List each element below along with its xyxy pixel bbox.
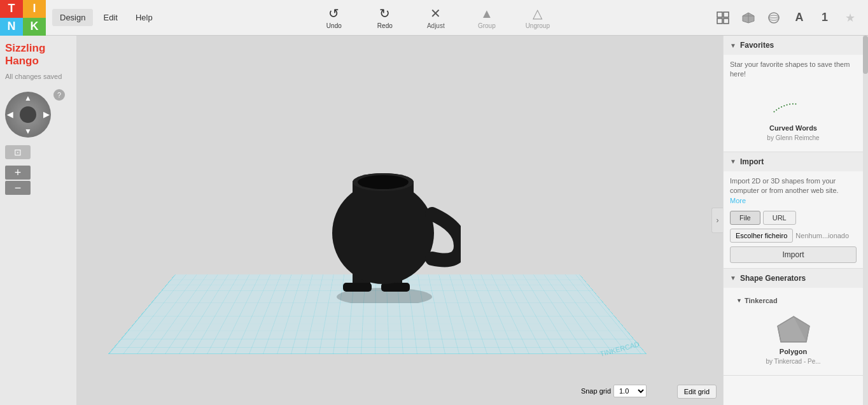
left-panel: Sizzling Hango All changes saved ▲ ▼ ◀ ▶…: [0, 36, 76, 405]
favorites-header[interactable]: ▼ Favorites: [724, 36, 863, 55]
scrollbar-thumb[interactable]: [863, 36, 868, 74]
zoom-reset-button[interactable]: ⊡: [5, 145, 31, 159]
right-scrollbar: [863, 36, 868, 405]
favorites-content: Star your favorite shapes to save them h…: [724, 55, 863, 152]
group-button[interactable]: ▲ Group: [471, 6, 503, 29]
import-submit-button[interactable]: Import: [730, 246, 857, 263]
edit-grid-button[interactable]: Edit grid: [677, 385, 717, 399]
tinkercad-subheader[interactable]: ▼ Tinkercad: [730, 293, 857, 308]
logo-t: T: [0, 0, 23, 18]
group-icon: ▲: [480, 6, 493, 21]
sphere-view-button[interactable]: [764, 8, 784, 28]
ungroup-label: Ungroup: [526, 22, 550, 29]
undo-button[interactable]: ↺ Undo: [318, 6, 350, 29]
redo-button[interactable]: ↻ Redo: [369, 6, 401, 29]
import-section: ▼ Import Import 2D or 3D shapes from you…: [724, 152, 863, 269]
grid-view-button[interactable]: [713, 8, 733, 28]
compass-up: ▲: [24, 94, 32, 103]
svg-rect-14: [381, 283, 410, 292]
import-more-link[interactable]: More: [730, 197, 746, 204]
svg-rect-3: [724, 18, 729, 24]
top-bar: T I N K Design Edit Help ↺ Undo ↻ Redo ✕…: [0, 0, 868, 36]
grid-icon: [717, 11, 729, 24]
choose-file-button[interactable]: Escolher ficheiro: [730, 229, 793, 243]
menu-edit[interactable]: Edit: [95, 9, 125, 26]
model-svg: [308, 125, 461, 303]
tinkercad-arrow-icon: ▼: [736, 297, 742, 304]
help-button[interactable]: ?: [53, 89, 65, 101]
polygon-svg: [774, 313, 813, 345]
project-title: Sizzling Hango: [5, 42, 71, 68]
logo[interactable]: T I N K: [0, 0, 46, 36]
import-file-button[interactable]: File: [730, 211, 760, 225]
shape-generators-section: ▼ Shape Generators ▼ Tinkercad: [724, 269, 863, 376]
menu-items: Design Edit Help: [46, 9, 167, 26]
cube-view-button[interactable]: [738, 8, 759, 28]
svg-rect-12: [343, 283, 372, 292]
undo-label: Undo: [326, 22, 342, 29]
text-button[interactable]: A: [789, 8, 809, 28]
curved-words-shape[interactable]: • • • • • • • • • Curved Words by Glenn …: [730, 85, 857, 146]
tinkercad-label: Tinkercad: [745, 297, 778, 304]
import-description: Import 2D or 3D shapes from your compute…: [730, 176, 857, 206]
favorites-title: Favorites: [740, 41, 774, 50]
favorites-section: ▼ Favorites Star your favorite shapes to…: [724, 36, 863, 152]
zoom-controls: + −: [5, 166, 31, 195]
star-button[interactable]: ★: [840, 8, 860, 28]
polygon-name: Polygon: [780, 348, 807, 355]
snap-grid-control: Snap grid 1.0 0.1 0.25 0.5 2.0 5.0 10.0: [581, 385, 647, 397]
redo-label: Redo: [377, 22, 393, 29]
compass-left: ◀: [7, 110, 13, 119]
ungroup-icon: △: [533, 6, 542, 21]
adjust-button[interactable]: ✕ Adjust: [420, 6, 452, 29]
import-header[interactable]: ▼ Import: [724, 152, 863, 171]
svg-rect-2: [717, 18, 722, 24]
favorites-description: Star your favorite shapes to save them h…: [730, 60, 857, 80]
shape-generators-title: Shape Generators: [740, 274, 806, 283]
nav-controls-container: ▲ ▼ ◀ ▶ ?: [5, 92, 71, 138]
logo-n: N: [0, 18, 23, 36]
snap-grid-label: Snap grid: [581, 387, 611, 395]
right-panel: ▼ Favorites Star your favorite shapes to…: [723, 36, 863, 405]
zoom-in-button[interactable]: +: [5, 166, 31, 180]
curved-words-name: Curved Words: [769, 124, 817, 132]
snap-grid-select[interactable]: 1.0 0.1 0.25 0.5 2.0 5.0 10.0: [613, 385, 647, 397]
toolbar-center: ↺ Undo ↻ Redo ✕ Adjust ▲ Group △ Ungroup: [167, 6, 705, 29]
file-chooser-row: Escolher ficheiro Nenhum...ionado: [730, 229, 857, 243]
svg-rect-1: [724, 12, 729, 17]
panel-collapse-button[interactable]: ›: [711, 208, 723, 233]
import-title: Import: [740, 157, 764, 166]
model-container: [308, 125, 461, 303]
shape-gen-arrow-icon: ▼: [730, 274, 736, 281]
curved-words-thumb: • • • • • • • • •: [771, 90, 816, 122]
polygon-author: by Tinkercad - Pe...: [766, 358, 820, 365]
menu-help[interactable]: Help: [128, 9, 160, 26]
viewport[interactable]: TINKERCAD: [76, 36, 723, 405]
polygon-shape[interactable]: Polygon by Tinkercad - Pe...: [730, 308, 857, 370]
logo-k: K: [23, 18, 46, 36]
shape-generators-content: ▼ Tinkercad: [724, 288, 863, 375]
adjust-label: Adjust: [427, 22, 445, 29]
import-content: Import 2D or 3D shapes from your compute…: [724, 171, 863, 268]
compass-down: ▼: [24, 127, 32, 136]
file-name-display: Nenhum...ionado: [795, 232, 857, 239]
number-button[interactable]: 1: [815, 8, 835, 28]
svg-point-19: [358, 175, 409, 189]
group-label: Group: [478, 22, 496, 29]
svg-rect-0: [717, 12, 722, 17]
compass-center: [20, 106, 36, 123]
compass-right: ▶: [43, 110, 49, 119]
ungroup-button[interactable]: △ Ungroup: [522, 6, 554, 29]
right-toolbar: A 1 ★: [705, 8, 868, 28]
zoom-out-button[interactable]: −: [5, 181, 31, 195]
import-url-button[interactable]: URL: [763, 211, 796, 225]
import-type-buttons: File URL: [730, 211, 857, 225]
compass-control[interactable]: ▲ ▼ ◀ ▶: [5, 92, 51, 138]
favorites-arrow-icon: ▼: [730, 42, 736, 49]
sphere-icon: [767, 11, 781, 24]
import-arrow-icon: ▼: [730, 158, 736, 165]
shape-generators-header[interactable]: ▼ Shape Generators: [724, 269, 863, 288]
right-panel-wrapper: ▼ Favorites Star your favorite shapes to…: [723, 36, 868, 405]
menu-design[interactable]: Design: [52, 9, 93, 26]
undo-icon: ↺: [328, 6, 339, 21]
